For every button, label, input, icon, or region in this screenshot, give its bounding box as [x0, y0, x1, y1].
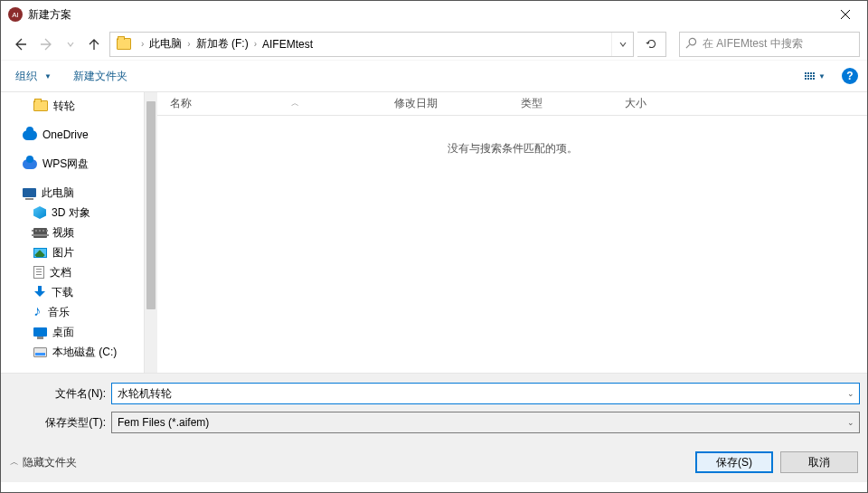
tree-scrollbar[interactable] — [144, 92, 157, 373]
recent-dropdown[interactable] — [62, 33, 79, 56]
filetype-select[interactable]: Fem Files (*.aifem) ⌄ — [111, 412, 860, 433]
refresh-button[interactable] — [637, 32, 666, 57]
column-type[interactable]: 类型 — [521, 96, 625, 111]
back-button[interactable] — [8, 33, 32, 56]
tree-item-wps[interactable]: WPS网盘 — [1, 154, 144, 174]
empty-message: 没有与搜索条件匹配的项。 — [157, 116, 867, 156]
up-button[interactable] — [82, 33, 106, 56]
tree-item-docs[interactable]: 文档 — [1, 262, 144, 282]
tree-item-thispc[interactable]: 此电脑 — [1, 183, 144, 203]
tree-item-music[interactable]: 音乐 — [1, 302, 144, 322]
hide-folders-toggle[interactable]: ︿ 隐藏文件夹 — [10, 455, 77, 470]
forward-button[interactable] — [35, 33, 59, 56]
breadcrumb-folder[interactable]: AIFEMtest — [260, 38, 315, 51]
sort-indicator-icon: ︿ — [291, 98, 299, 109]
save-button[interactable]: 保存(S) — [695, 451, 773, 473]
filetype-label: 保存类型(T): — [8, 415, 111, 431]
filetype-value: Fem Files (*.aifem) — [118, 416, 209, 429]
nav-tree[interactable]: 转轮 OneDrive WPS网盘 此电脑 3D 对象 视频 图片 文档 下载 … — [1, 92, 144, 373]
desktop-icon — [33, 327, 47, 337]
column-size[interactable]: 大小 — [625, 96, 697, 111]
column-date[interactable]: 修改日期 — [394, 96, 521, 111]
svg-point-0 — [689, 38, 695, 44]
window-title: 新建方案 — [28, 7, 826, 23]
address-dropdown[interactable] — [611, 33, 633, 56]
view-options-button[interactable]: ▼ — [801, 71, 829, 82]
scrollbar-thumb[interactable] — [146, 101, 156, 309]
chevron-right-icon[interactable]: › — [250, 39, 260, 49]
filetype-dropdown-icon[interactable]: ⌄ — [843, 412, 859, 432]
tree-item-onedrive[interactable]: OneDrive — [1, 125, 144, 145]
list-header: 名称︿ 修改日期 类型 大小 — [157, 92, 867, 116]
tree-item-video[interactable]: 视频 — [1, 223, 144, 242]
chevron-up-icon: ︿ — [10, 456, 19, 469]
breadcrumb-volume[interactable]: 新加卷 (F:) — [194, 36, 250, 52]
video-icon — [33, 228, 47, 238]
help-button[interactable]: ? — [842, 68, 858, 84]
tree-item-3d[interactable]: 3D 对象 — [1, 203, 144, 223]
address-bar[interactable]: › 此电脑 › 新加卷 (F:) › AIFEMtest — [109, 32, 634, 57]
download-icon — [33, 286, 46, 299]
folder-icon — [117, 38, 131, 50]
organize-dropdown-icon[interactable]: ▼ — [44, 72, 52, 81]
music-icon — [33, 306, 42, 318]
view-grid-icon — [805, 72, 815, 80]
search-icon — [685, 37, 697, 52]
cloud-icon — [23, 159, 37, 169]
column-name[interactable]: 名称︿ — [170, 96, 394, 111]
new-folder-button[interactable]: 新建文件夹 — [68, 65, 133, 88]
search-placeholder: 在 AIFEMtest 中搜索 — [703, 36, 803, 52]
tree-item-diskc[interactable]: 本地磁盘 (C:) — [1, 342, 144, 362]
tree-item-desktop[interactable]: 桌面 — [1, 322, 144, 342]
doc-icon — [33, 266, 44, 279]
organize-button[interactable]: 组织 — [10, 65, 42, 88]
filename-dropdown-icon[interactable]: ⌄ — [843, 384, 859, 403]
hdd-icon — [33, 347, 47, 357]
pc-icon — [23, 188, 36, 197]
chevron-right-icon[interactable]: › — [184, 39, 193, 49]
cube-icon — [33, 206, 46, 219]
filename-value: 水轮机转轮 — [118, 386, 172, 402]
breadcrumb-pc[interactable]: 此电脑 — [147, 36, 184, 52]
app-icon: AI — [8, 7, 23, 22]
tree-item-downloads[interactable]: 下载 — [1, 282, 144, 302]
close-button[interactable] — [826, 2, 865, 27]
filename-label: 文件名(N): — [8, 386, 111, 402]
search-input[interactable]: 在 AIFEMtest 中搜索 — [679, 32, 860, 57]
folder-icon — [33, 100, 48, 111]
tree-item-folder[interactable]: 转轮 — [1, 96, 144, 116]
tree-item-pics[interactable]: 图片 — [1, 242, 144, 262]
filename-input[interactable]: 水轮机转轮 ⌄ — [111, 383, 860, 404]
chevron-right-icon[interactable]: › — [137, 39, 147, 49]
cancel-button[interactable]: 取消 — [780, 451, 858, 473]
image-icon — [33, 248, 47, 258]
cloud-icon — [23, 130, 37, 140]
